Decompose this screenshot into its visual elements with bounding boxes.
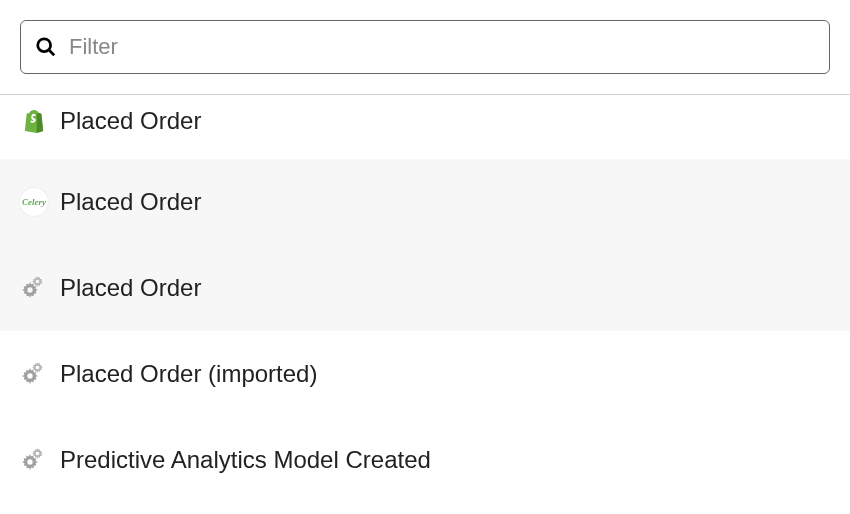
metric-picker: Placed Order Celery Placed Order Placed … <box>0 0 850 503</box>
item-label: Predictive Analytics Model Created <box>60 446 431 474</box>
celery-icon: Celery <box>20 188 48 216</box>
search-icon <box>35 36 57 58</box>
item-label: Placed Order <box>60 274 201 302</box>
shopify-icon <box>20 107 48 135</box>
gear-icon <box>20 274 48 302</box>
gear-icon <box>20 360 48 388</box>
item-label: Placed Order <box>60 107 201 135</box>
list-item[interactable]: Placed Order <box>0 245 850 331</box>
svg-point-0 <box>38 39 51 52</box>
item-label: Placed Order <box>60 188 201 216</box>
filter-input-group[interactable] <box>20 20 830 74</box>
svg-line-1 <box>49 50 55 56</box>
gear-icon <box>20 446 48 474</box>
item-label: Placed Order (imported) <box>60 360 317 388</box>
filter-input[interactable] <box>69 34 815 60</box>
list-item[interactable]: Placed Order (imported) <box>0 331 850 417</box>
list-item[interactable]: Celery Placed Order <box>0 159 850 245</box>
list-item[interactable]: Placed Order <box>0 95 850 159</box>
metric-list: Placed Order Celery Placed Order Placed … <box>0 95 850 503</box>
list-item[interactable]: Predictive Analytics Model Created <box>0 417 850 503</box>
filter-bar <box>0 0 850 94</box>
